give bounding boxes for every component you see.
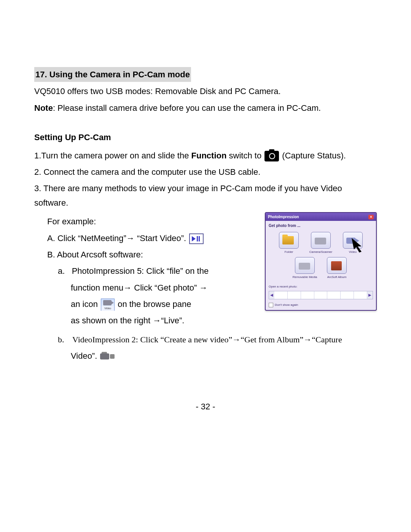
section-title-text: Using the Camera in PC-Cam mode: [49, 70, 190, 79]
step-3-B: B. About Arcsoft software:: [34, 248, 256, 262]
strip-cell[interactable]: [301, 291, 314, 299]
note-label: Note: [34, 103, 53, 113]
note-text: : Please install camera drive before you…: [53, 103, 321, 113]
step-3-a-line3: an icon Video on the browse pane: [34, 297, 256, 311]
arcsoft-album-icon: [327, 257, 347, 274]
photoimpression-dialog: PhotoImpression × Get photo from ... Fol…: [265, 212, 377, 310]
step-3-a-line2: function menu→ Click “Get photo” →: [34, 281, 256, 295]
dialog-item-album-label: ArcSoft Album: [323, 275, 350, 280]
step-3-a-line4: as shown on the right →“Live”.: [34, 313, 256, 328]
strip-cell[interactable]: [314, 291, 328, 299]
strip-next-button[interactable]: ▶: [367, 291, 373, 299]
dialog-close-button[interactable]: ×: [368, 215, 374, 219]
step-3-A-text: A. Click “NetMeeting”→ “Start Video”.: [47, 233, 188, 243]
step-1-prefix: 1.Turn the camera power on and slide the: [34, 151, 191, 160]
step-1-function-word: Function: [191, 151, 227, 160]
intro-line-1: VQ5010 offers two USB modes: Removable D…: [34, 84, 377, 98]
step-3-b-line2: Video”.: [34, 349, 377, 363]
dialog-footer: Don't show again: [266, 301, 376, 310]
dialog-recent-label: Open a recent photo:: [266, 283, 376, 290]
dialog-item-folder[interactable]: Folder: [276, 232, 302, 255]
step-3-a-line3-prefix: an icon: [71, 299, 100, 309]
strip-cell[interactable]: [341, 291, 354, 299]
dialog-icon-grid: Folder Camera/Scanner Video Removable Me…: [266, 230, 376, 283]
step-3-columns: For example: A. Click “NetMeeting”→ “Sta…: [34, 212, 377, 330]
step-3-a-line1: a. PhotoImpression 5: Click “file” on th…: [34, 264, 256, 278]
dialog-item-removable[interactable]: Removable Media: [292, 257, 318, 280]
dialog-item-camera[interactable]: Camera/Scanner: [307, 232, 334, 255]
dialog-item-video[interactable]: Video: [339, 232, 366, 255]
video-icon: [343, 232, 363, 249]
dialog-item-video-label: Video: [339, 249, 366, 255]
intro-note: Note: Please install camera drive before…: [34, 101, 377, 115]
step-2: 2. Connect the camera and the computer u…: [34, 165, 377, 179]
step-3-b-line2-text: Video”.: [71, 351, 99, 361]
video-thumb-icon: Video: [101, 299, 115, 311]
dont-show-label: Don't show again: [275, 302, 298, 308]
dialog-item-folder-label: Folder: [276, 249, 302, 255]
dialog-title-text: PhotoImpression: [268, 214, 299, 220]
camera-icon: [264, 151, 279, 161]
section-heading: 17. Using the Camera in PC-Cam mode: [34, 67, 377, 82]
step-3-for-example: For example:: [34, 214, 256, 228]
folder-icon: [279, 232, 299, 249]
section-number: 17.: [35, 70, 47, 79]
dialog-recent-strip: ◀ ▶: [269, 291, 373, 299]
step-3-line1: 3. There are many methods to view your i…: [34, 181, 377, 210]
strip-prev-button[interactable]: ◀: [269, 291, 274, 299]
dialog-titlebar: PhotoImpression ×: [266, 213, 376, 221]
step-3-b-line1: b. VideoImpression 2: Click “Create a ne…: [34, 332, 377, 347]
removable-media-icon: [295, 257, 315, 274]
dialog-item-album[interactable]: ArcSoft Album: [323, 257, 350, 280]
camcorder-icon: [100, 352, 115, 361]
dialog-item-camera-label: Camera/Scanner: [307, 249, 334, 255]
strip-cell[interactable]: [327, 291, 341, 299]
strip-cell[interactable]: [354, 291, 367, 299]
subheading-setting-up: Setting Up PC-Cam: [34, 130, 377, 144]
step-1-suffix: (Capture Status).: [280, 151, 346, 160]
dialog-subheading: Get photo from ...: [266, 221, 376, 230]
step-3-A: A. Click “NetMeeting”→ “Start Video”.: [34, 231, 256, 245]
dont-show-checkbox[interactable]: [269, 303, 273, 307]
strip-cell[interactable]: [274, 291, 288, 299]
document-page: 17. Using the Camera in PC-Cam mode VQ50…: [0, 0, 411, 363]
page-number: - 32 -: [0, 402, 411, 412]
dialog-item-removable-label: Removable Media: [292, 275, 318, 280]
step-1-mid: switch to: [226, 151, 264, 160]
strip-cell[interactable]: [288, 291, 301, 299]
play-pause-icon: [189, 233, 204, 244]
step-1: 1.Turn the camera power on and slide the…: [34, 149, 377, 163]
camera-scanner-icon: [311, 232, 331, 249]
step-3-a-line3-suffix: on the browse pane: [115, 299, 191, 309]
